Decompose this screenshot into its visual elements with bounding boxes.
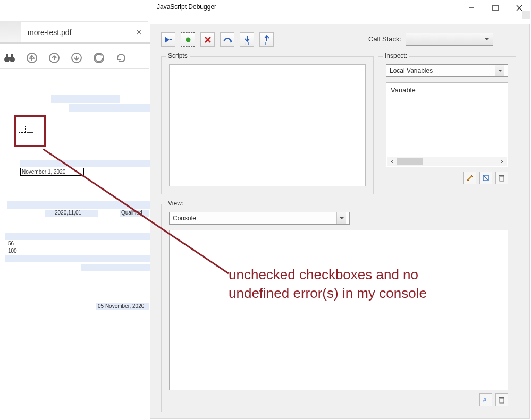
- scripts-list[interactable]: [169, 64, 366, 186]
- line-toggle-button[interactable]: #: [479, 393, 492, 406]
- arrow-down-small-icon[interactable]: [70, 51, 83, 65]
- inspect-scope-dropdown[interactable]: Local Variables: [386, 64, 508, 77]
- view-label: View:: [166, 200, 186, 207]
- clear-console-button[interactable]: [495, 393, 508, 406]
- doc-highlight: [7, 201, 150, 209]
- svg-rect-7: [11, 54, 13, 57]
- inspect-scope-value: Local Variables: [390, 67, 433, 74]
- arrow-up-small-icon[interactable]: [47, 51, 61, 65]
- refresh-icon[interactable]: [114, 51, 128, 65]
- circle-up-arrow-icon[interactable]: [25, 51, 39, 65]
- view-selector-dropdown[interactable]: Console: [169, 212, 350, 225]
- scroll-right-icon[interactable]: ›: [498, 158, 507, 165]
- checkbox-1[interactable]: [19, 126, 26, 133]
- doc-footer-date: 05 November, 2020: [98, 304, 144, 309]
- console-output[interactable]: [169, 230, 508, 390]
- inspect-group: Inspect: Local Variables Variable ‹ ›: [378, 56, 516, 194]
- checkbox-2[interactable]: [27, 126, 33, 133]
- new-variable-button[interactable]: [479, 172, 492, 184]
- call-stack-label: Call Stack:: [368, 35, 401, 43]
- edit-variable-button[interactable]: [463, 172, 476, 184]
- stop-button[interactable]: [200, 32, 215, 47]
- svg-point-15: [186, 37, 190, 42]
- svg-rect-24: [500, 176, 504, 181]
- debugger-panel: { } { } Call Stack: Scripts Inspect: Loc…: [150, 24, 530, 419]
- delete-variable-button[interactable]: [495, 172, 508, 184]
- tab-filename-label: more-test.pdf: [28, 28, 71, 37]
- call-stack-dropdown[interactable]: [406, 33, 493, 46]
- variables-list[interactable]: Variable ‹ ›: [386, 82, 508, 167]
- svg-rect-27: [500, 398, 504, 403]
- annotation-text: unchecked checkboxes and no undefined er…: [229, 265, 473, 303]
- doc-highlight: [81, 264, 150, 271]
- view-selector-value: Console: [173, 215, 196, 222]
- document-tab[interactable]: more-test.pdf ×: [21, 21, 148, 42]
- svg-rect-14: [170, 39, 172, 40]
- doc-date-cell: 2020,11,01: [55, 210, 81, 216]
- chevron-down-icon: [495, 65, 504, 76]
- doc-highlight: [5, 255, 150, 262]
- svg-rect-25: [499, 175, 504, 176]
- step-into-button[interactable]: { }: [240, 32, 254, 47]
- svg-text:#: #: [483, 397, 487, 403]
- doc-highlight: [69, 104, 150, 112]
- step-out-button[interactable]: { }: [259, 32, 274, 47]
- scripts-group: Scripts: [161, 56, 374, 194]
- tab-separator: [0, 42, 150, 44]
- circle-left-arrow-icon[interactable]: [92, 51, 106, 65]
- svg-line-23: [483, 175, 488, 181]
- chevron-down-icon: [336, 212, 346, 224]
- svg-rect-6: [6, 54, 8, 57]
- pdf-toolbar: [3, 50, 128, 66]
- doc-num-b: 100: [8, 248, 17, 254]
- continue-button[interactable]: [161, 32, 175, 47]
- console-tool-icons: #: [479, 393, 508, 406]
- panel-close-icon[interactable]: [522, 11, 530, 19]
- svg-text:{ }: { }: [245, 41, 249, 45]
- doc-num-a: 56: [8, 241, 14, 246]
- scroll-left-icon[interactable]: ‹: [387, 158, 397, 165]
- window-title: JavaScript Debugger: [157, 3, 216, 11]
- step-over-button[interactable]: [220, 32, 234, 47]
- view-group: View: Console #: [161, 204, 516, 412]
- scripts-label: Scripts: [166, 52, 190, 59]
- break-button[interactable]: [181, 32, 195, 47]
- doc-status-cell: Qualified: [121, 210, 142, 216]
- doc-highlight: [51, 95, 120, 103]
- inspect-label: Inspect:: [383, 52, 409, 59]
- date-field[interactable]: November 1, 2020: [20, 168, 84, 176]
- scroll-thumb[interactable]: [397, 158, 423, 165]
- debugger-toolbar: { } { }: [161, 32, 274, 47]
- doc-highlight: [20, 160, 150, 167]
- svg-rect-1: [493, 5, 498, 11]
- binoculars-icon[interactable]: [3, 51, 16, 65]
- variable-column-header: Variable: [386, 83, 508, 97]
- doc-highlight: [5, 233, 150, 240]
- checkbox-group: [19, 126, 33, 133]
- inspect-tool-icons: [463, 172, 508, 184]
- svg-rect-8: [8, 57, 11, 59]
- tab-close-icon[interactable]: ×: [137, 28, 141, 37]
- window-minimize-button[interactable]: [459, 0, 483, 16]
- window-maximize-button[interactable]: [483, 0, 507, 16]
- variables-hscrollbar[interactable]: ‹ ›: [387, 157, 507, 166]
- svg-rect-28: [499, 397, 504, 398]
- svg-text:{ }: { }: [265, 41, 269, 45]
